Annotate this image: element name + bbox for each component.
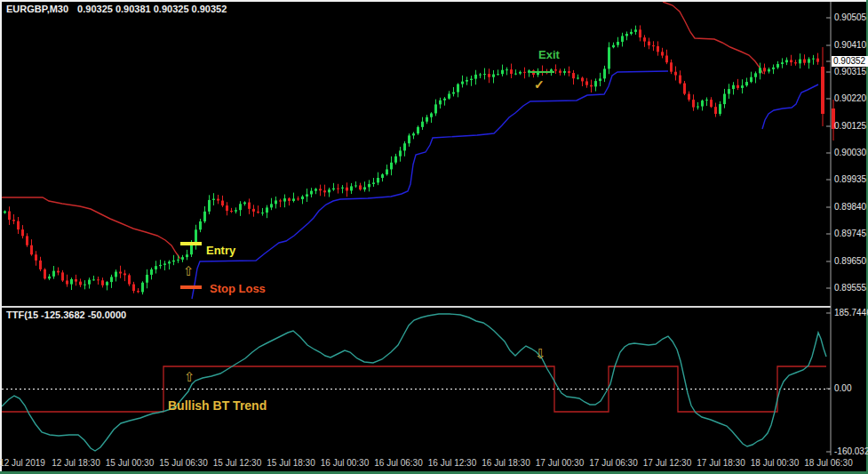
indicator-down-arrow-icon: ⇩ xyxy=(535,348,546,361)
price-axis-label[interactable]: 0.89745 xyxy=(834,229,866,238)
exit-dash xyxy=(530,71,554,73)
time-axis-label[interactable]: 15 Jul 12:30 xyxy=(213,458,262,468)
time-axis-label[interactable]: 15 Jul 00:30 xyxy=(106,458,155,468)
price-axis-label[interactable]: 0.89555 xyxy=(834,283,866,293)
time-axis-label[interactable]: 18 Jul 00:30 xyxy=(751,458,800,468)
time-axis-label[interactable]: 16 Jul 06:30 xyxy=(374,458,423,468)
time-axis-label[interactable]: 17 Jul 18:30 xyxy=(697,458,745,468)
indicator-axis-label[interactable]: 0.00 xyxy=(834,383,851,393)
ohlc-values: 0.90325 0.90381 0.90325 0.90352 xyxy=(77,4,227,14)
time-axis-label[interactable]: 16 Jul 12:30 xyxy=(428,458,477,468)
time-axis-label[interactable]: 17 Jul 00:30 xyxy=(536,458,585,468)
exit-annotation: Exit xyxy=(538,48,560,61)
time-axis-label[interactable]: 15 Jul 18:30 xyxy=(267,458,315,468)
indicator-title: TTF(15 -125.3682 -50.0000 xyxy=(6,309,126,320)
time-axis-label[interactable]: 17 Jul 06:30 xyxy=(589,458,638,468)
mt4-chart-window: EURGBP,M300.90325 0.90381 0.90325 0.9035… xyxy=(0,0,868,474)
price-axis-label[interactable]: 0.89935 xyxy=(834,174,866,184)
price-axis-label[interactable]: 0.90315 xyxy=(834,67,866,76)
bullish-trend-annotation: Bullish BT Trend xyxy=(168,398,267,413)
price-axis-label[interactable]: 0.90220 xyxy=(834,93,866,103)
symbol-timeframe: EURGBP,M30 xyxy=(6,4,68,14)
time-axis-label[interactable]: 16 Jul 18:30 xyxy=(482,458,530,468)
stop-loss-annotation: Stop Loss xyxy=(210,282,266,295)
price-axis-label[interactable]: 0.90030 xyxy=(834,148,866,157)
time-axis-label[interactable]: 15 Jul 06:30 xyxy=(159,458,208,468)
time-axis-label[interactable]: 16 Jul 00:30 xyxy=(321,458,370,468)
chart-title: EURGBP,M300.90325 0.90381 0.90325 0.9035… xyxy=(6,4,227,14)
entry-annotation: Entry xyxy=(206,244,235,257)
buy-arrow-icon: ⇧ xyxy=(183,265,195,278)
entry-dash xyxy=(180,242,202,245)
price-axis-label[interactable]: 0.90505 xyxy=(834,12,866,22)
check-icon: ✓ xyxy=(534,77,545,92)
time-axis-label[interactable]: 12 Jul 18:30 xyxy=(52,458,100,468)
time-axis-label[interactable]: 12 Jul 2019 xyxy=(0,458,45,468)
indicator-axis-label[interactable]: -160.0321 xyxy=(834,446,868,456)
time-axis-label[interactable]: 17 Jul 12:30 xyxy=(643,458,692,468)
indicator-axis-label[interactable]: 185.7446 xyxy=(834,308,868,317)
stop-loss-dash xyxy=(180,285,202,289)
chart-canvas[interactable] xyxy=(0,0,868,474)
price-axis-label[interactable]: 0.90410 xyxy=(834,40,866,50)
indicator-up-arrow-icon: ⇧ xyxy=(184,371,195,384)
price-axis-label[interactable]: 0.89840 xyxy=(834,202,866,212)
price-axis-label[interactable]: 0.90125 xyxy=(834,121,866,131)
price-axis-label[interactable]: 0.89650 xyxy=(834,256,866,266)
time-axis-label[interactable]: 18 Jul 06:30 xyxy=(804,458,853,468)
current-price-badge: 0.90352 xyxy=(832,56,868,67)
